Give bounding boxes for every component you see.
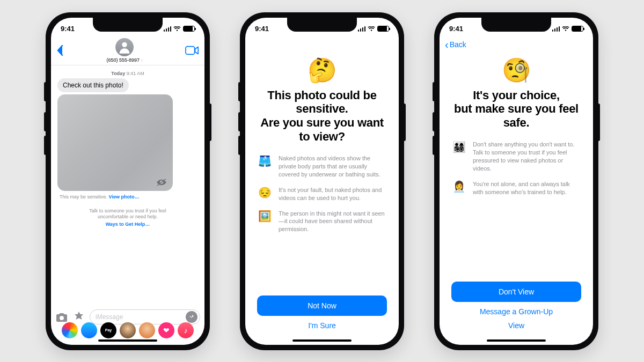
nav-bar <box>245 37 399 52</box>
screen: 9:41 🤔 This photo could be sensitive.Are… <box>245 18 399 345</box>
view-button[interactable]: View <box>508 321 524 330</box>
notch <box>93 18 163 32</box>
home-indicator[interactable] <box>487 339 546 342</box>
bullet-icon: 🩳 <box>257 154 272 167</box>
battery-icon <box>377 26 389 32</box>
nav-bar: ‹ Back <box>440 37 593 52</box>
message-grownup-button[interactable]: Message a Grown-Up <box>480 307 553 316</box>
screen: 9:41 (650) 555-8997 Today 9:41 AM Check … <box>51 18 204 345</box>
battery-icon <box>572 26 583 32</box>
home-indicator[interactable] <box>98 339 157 342</box>
phone-frame-messages: 9:41 (650) 555-8997 Today 9:41 AM Check … <box>46 12 210 350</box>
phone-frame-confirm: 9:41 ‹ Back 🧐 It's your choice,but make … <box>434 12 598 350</box>
blurred-photo[interactable] <box>57 94 173 191</box>
app-bar: Pay ❤ ♪ <box>51 322 204 338</box>
bullet-item: 😔It's not your fault, but naked photos a… <box>257 186 387 202</box>
bullet-icon: 👩‍💼 <box>451 180 466 193</box>
home-indicator[interactable] <box>292 339 352 342</box>
hidden-eye-icon <box>156 178 167 187</box>
svg-point-0 <box>122 42 127 47</box>
bullet-item: 🩳Naked photos and videos show the privat… <box>257 154 387 179</box>
bullet-list: 🩳Naked photos and videos show the privat… <box>257 154 387 233</box>
guidance-text: Talk to someone you trust if you feel un… <box>57 208 198 228</box>
svg-rect-1 <box>186 46 195 54</box>
bullet-list: 👨‍👩‍👧‍👦Don't share anything you don't wa… <box>451 141 581 196</box>
ways-to-get-help-link[interactable]: Ways to Get Help… <box>74 221 182 228</box>
bullet-icon: 👨‍👩‍👧‍👦 <box>451 141 466 153</box>
app-photos-icon[interactable] <box>62 322 78 338</box>
back-button[interactable]: Back <box>450 40 466 49</box>
status-time: 9:41 <box>255 25 269 33</box>
app-music-icon[interactable]: ♪ <box>178 322 194 338</box>
bullet-text: Don't share anything you don't want to. … <box>473 141 581 172</box>
avatar[interactable] <box>115 38 134 56</box>
timestamp: Today 9:41 AM <box>57 71 198 76</box>
camera-icon[interactable] <box>55 311 68 323</box>
phone-frame-warning: 9:41 🤔 This photo could be sensitive.Are… <box>240 12 404 350</box>
app-digitaltouch-icon[interactable]: ❤ <box>158 322 174 338</box>
contact-number[interactable]: (650) 555-8997 <box>106 57 142 63</box>
bullet-item: 👨‍👩‍👧‍👦Don't share anything you don't wa… <box>451 141 581 172</box>
app-memoji-1-icon[interactable] <box>120 322 136 338</box>
monocle-emoji-icon: 🧐 <box>502 56 531 84</box>
battery-icon <box>183 26 195 32</box>
bullet-icon: 🖼️ <box>257 210 272 223</box>
bullet-item: 👩‍💼You're not alone, and can always talk… <box>451 180 581 196</box>
bullet-text: The person in this might not want it see… <box>279 210 387 234</box>
bullet-text: Naked photos and videos show the private… <box>279 154 387 179</box>
message-placeholder: iMessage <box>96 313 123 321</box>
bullet-text: You're not alone, and can always talk wi… <box>473 180 581 196</box>
facetime-icon[interactable] <box>185 46 199 55</box>
wifi-icon <box>562 26 569 32</box>
signal-icon <box>358 26 366 32</box>
app-appstore-icon[interactable] <box>81 322 97 338</box>
view-photo-link[interactable]: View photo… <box>109 194 140 200</box>
thinking-emoji-icon: 🤔 <box>308 56 337 84</box>
wifi-icon <box>173 26 181 32</box>
status-time: 9:41 <box>449 25 463 33</box>
notch <box>481 18 551 32</box>
signal-icon <box>164 26 172 32</box>
sensitivity-caption: This may be sensitive. View photo… <box>60 194 198 200</box>
warning-headline: This photo could be sensitive.Are you su… <box>257 88 387 144</box>
bullet-text: It's not your fault, but naked photos an… <box>279 186 387 202</box>
back-icon[interactable] <box>56 45 64 56</box>
bullet-icon: 😔 <box>257 186 272 199</box>
signal-icon <box>552 26 560 32</box>
dictation-icon[interactable] <box>186 311 197 323</box>
app-memoji-2-icon[interactable] <box>139 322 155 338</box>
wifi-icon <box>368 26 375 32</box>
status-time: 9:41 <box>61 25 75 33</box>
app-applepay-icon[interactable]: Pay <box>100 322 116 338</box>
confirm-headline: It's your choice,but make sure you feel … <box>451 88 581 130</box>
screen: 9:41 ‹ Back 🧐 It's your choice,but make … <box>440 18 593 345</box>
app-store-icon[interactable] <box>72 311 85 323</box>
bullet-item: 🖼️The person in this might not want it s… <box>257 210 387 234</box>
dont-view-button[interactable]: Don't View <box>451 282 581 302</box>
not-now-button[interactable]: Not Now <box>257 295 387 316</box>
im-sure-button[interactable]: I'm Sure <box>308 321 336 330</box>
messages-header: (650) 555-8997 <box>51 37 204 65</box>
back-chevron-icon[interactable]: ‹ <box>445 39 449 50</box>
notch <box>287 18 357 32</box>
message-bubble[interactable]: Check out this photo! <box>57 78 129 92</box>
